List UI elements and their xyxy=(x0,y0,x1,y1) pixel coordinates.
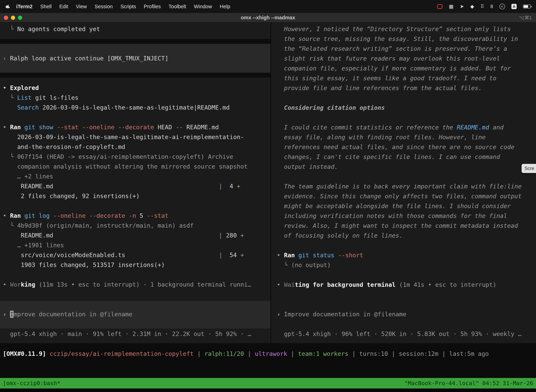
chat-input-left[interactable]: › Improve documentation in @filename xyxy=(0,301,270,329)
text-segment: Ran xyxy=(284,252,295,259)
menu-item-iterm2[interactable]: iTerm2 xyxy=(16,4,33,9)
terminal-line: 1903 files changed, 513517 insertions(+) xyxy=(3,260,270,270)
input-source-icon[interactable]: A xyxy=(511,4,517,9)
text-segment: git status xyxy=(298,252,335,259)
text-segment: --stat --oneline --decorate xyxy=(57,124,154,131)
window-controls xyxy=(0,16,22,20)
text-segment: 067f154 (HEAD -> essay/ai-reimplementati… xyxy=(17,153,233,160)
location-arrow-icon[interactable]: ➤ xyxy=(460,4,464,9)
dots-grid-icon[interactable]: ⠿ xyxy=(480,4,484,9)
text-segment: The team guideline is to back every impo… xyxy=(277,183,522,190)
menu-item-session[interactable]: Session xyxy=(95,4,113,9)
terminal-line: slight risk that future readers may over… xyxy=(277,54,536,63)
tab-shortcut-label: ⌥⌘1 xyxy=(519,15,536,21)
window-title-bar[interactable]: omx --xhigh --madmax ⌥⌘1 xyxy=(0,13,536,23)
close-button[interactable] xyxy=(4,16,8,20)
terminal-panes: └ No agents completed yet › Ralph loop a… xyxy=(0,23,536,343)
text-segment: 1903 files changed, 513517 insertions(+) xyxy=(3,261,165,268)
terminal-line xyxy=(277,93,536,103)
terminal-line xyxy=(277,172,536,182)
terminal-line: companion analysis without altering the … xyxy=(3,162,270,171)
text-segment: references need actual files, and since … xyxy=(277,144,514,150)
text-segment: Ralph loop active continue [OMX_TMUX_INJ… xyxy=(10,55,168,62)
text-segment: king xyxy=(21,281,35,288)
password-key-icon[interactable]: 8 xyxy=(490,4,493,9)
pane-right[interactable]: However, I noticed the “Directory Struct… xyxy=(271,23,536,343)
screen-share-notification[interactable]: Scre xyxy=(522,164,536,173)
terminal-line: essay file, along with finding root file… xyxy=(277,132,536,142)
text-segment: last:5m ago xyxy=(449,350,489,357)
text-segment: output instead. xyxy=(277,163,338,170)
text-segment xyxy=(143,212,147,219)
window-title: omx --xhigh --madmax xyxy=(0,15,536,21)
terminal-line: references need actual files, and since … xyxy=(277,142,536,152)
battery-icon[interactable] xyxy=(523,5,531,9)
menu-item-profiles[interactable]: Profiles xyxy=(144,4,161,9)
pane-left[interactable]: └ No agents completed yet › Ralph loop a… xyxy=(0,23,270,343)
screen-recording-icon[interactable] xyxy=(437,4,442,9)
app-diamond-icon[interactable]: ◆ xyxy=(470,4,474,9)
menu-item-toolbelt[interactable]: Toolbelt xyxy=(168,4,186,9)
text-segment: src/voice/voiceModeEnabled.ts xyxy=(3,252,219,258)
text-segment: 5 xyxy=(140,212,143,219)
menu-status-icons: ▦➤◆⠿861A xyxy=(437,4,531,9)
text-segment: I could cite commit statistics or refere… xyxy=(277,124,457,131)
menu-items: iTerm2ShellEditViewSessionScriptsProfile… xyxy=(16,4,230,9)
text-segment: • xyxy=(3,212,10,219)
screen: iTerm2ShellEditViewSessionScriptsProfile… xyxy=(0,0,536,392)
text-segment: • xyxy=(277,281,284,288)
text-segment: … +1901 lines xyxy=(3,242,64,249)
terminal-line xyxy=(277,289,536,299)
apple-menu-icon[interactable] xyxy=(5,4,10,9)
text-segment xyxy=(21,124,24,131)
terminal-line: └ List git ls-files xyxy=(3,93,270,103)
text-segment: cczip/essay/ai-reimplementation-copyleft xyxy=(50,350,194,357)
minimize-button[interactable] xyxy=(11,16,15,20)
text-segment: ultrawork xyxy=(255,350,287,357)
terminal-line: might be acceptable alongside the file l… xyxy=(277,201,536,211)
terminal-line: … +2 lines xyxy=(3,171,270,181)
menu-item-shell[interactable]: Shell xyxy=(40,4,52,9)
terminal-line: Search 2026-03-09-is-legal-the-same-as-l… xyxy=(3,103,270,112)
text-segment: git show xyxy=(24,124,53,131)
menu-item-help[interactable]: Help xyxy=(220,4,230,9)
text-segment: › xyxy=(3,311,10,318)
text-segment: --stat xyxy=(147,212,168,219)
text-segment: | xyxy=(219,232,222,239)
menu-item-window[interactable]: Window xyxy=(194,4,212,9)
terminal-line: └ 4b9d30f (origin/main, instructkr/main,… xyxy=(3,221,270,230)
terminal-line: › Improve documentation in @filename xyxy=(277,309,536,319)
text-segment: essay file, along with finding root file… xyxy=(277,134,486,141)
text-segment: └ xyxy=(3,222,17,229)
menu-bar: iTerm2ShellEditViewSessionScriptsProfile… xyxy=(0,0,536,13)
text-segment: 2026-03-09-is-legal-the-same-as-legitima… xyxy=(3,134,244,140)
text-segment: However, I noticed the “Directory Struct… xyxy=(277,25,511,33)
text-segment: 280 xyxy=(222,232,240,239)
battery-percent-icon[interactable]: 61 xyxy=(499,4,505,9)
terminal-line: └ 067f154 (HEAD -> essay/ai-reimplementa… xyxy=(3,152,270,162)
menu-item-scripts[interactable]: Scripts xyxy=(120,4,136,9)
text-segment: "MacBook-Pro-44.local" 04:52 31-Mar-26 xyxy=(404,380,533,387)
text-segment: No agents completed yet xyxy=(17,25,100,33)
text-segment: README.md xyxy=(457,124,489,131)
zoom-button[interactable] xyxy=(18,16,22,20)
terminal-line: README.md | 280 + xyxy=(3,230,270,240)
text-segment: git ls-files xyxy=(32,94,78,101)
terminal-line: [OMX#0.11.9] cczip/essay/ai-reimplementa… xyxy=(3,349,536,359)
terminal-line: the “Related research writing” section i… xyxy=(277,44,536,54)
window-grid-icon[interactable]: ▦ xyxy=(449,4,453,9)
text-segment: • xyxy=(3,124,10,131)
text-segment: git log xyxy=(24,212,50,219)
text-segment: review. Also, I might want to inspect th… xyxy=(277,222,518,229)
terminal-line: README.md | 4 + xyxy=(3,181,270,191)
text-segment: gpt-5.4 xhigh · 96% left · 520K in · 5.8… xyxy=(277,330,522,337)
text-segment: the “Related research writing” section i… xyxy=(277,45,507,52)
terminal-line: › Improve documentation in @filename xyxy=(3,309,270,319)
text-segment: | xyxy=(194,350,204,357)
menu-item-view[interactable]: View xyxy=(76,4,87,9)
text-segment xyxy=(50,212,53,219)
tmux-host-clock: "MacBook-Pro-44.local" 04:52 31-Mar-26 xyxy=(404,378,533,388)
text-segment: └ xyxy=(277,261,291,269)
text-segment: Wai xyxy=(284,281,295,288)
menu-item-edit[interactable]: Edit xyxy=(59,4,68,9)
